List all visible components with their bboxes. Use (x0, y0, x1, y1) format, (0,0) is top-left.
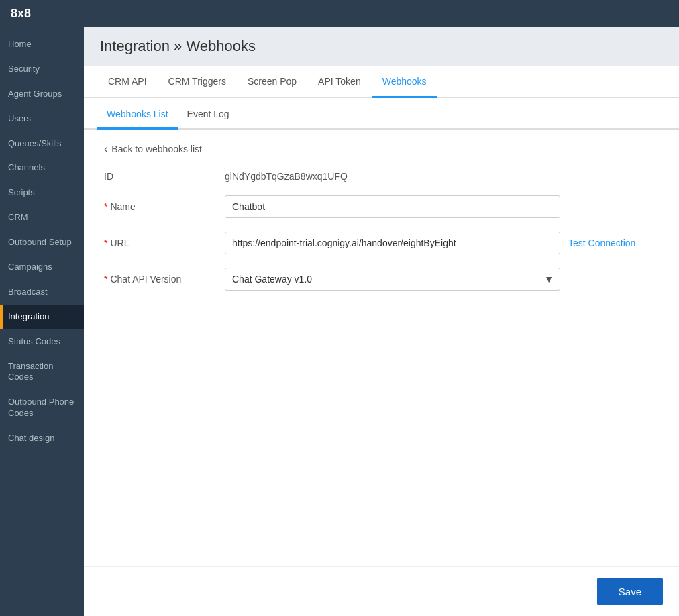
sidebar-item-broadcast[interactable]: Broadcast (0, 280, 84, 305)
name-row: *Name (104, 195, 659, 218)
url-input-group: Test Connection (225, 232, 635, 254)
id-row: ID glNdYgdbTqGzaB8wxq1UFQ (104, 171, 659, 182)
footer-bar: Save (84, 566, 679, 616)
primary-tabs: CRM APICRM TriggersScreen PopAPI TokenWe… (84, 66, 679, 98)
save-button[interactable]: Save (597, 578, 663, 605)
sidebar-item-queues-skills[interactable]: Queues/Skills (0, 132, 84, 156)
chat-api-version-row: *Chat API Version Chat Gateway v1.0Chat … (104, 268, 659, 291)
sidebar-item-campaigns[interactable]: Campaigns (0, 255, 84, 280)
sidebar-item-outbound-phone-codes[interactable]: Outbound Phone Codes (0, 390, 84, 426)
tab-primary-webhooks[interactable]: Webhooks (372, 66, 437, 98)
back-link-label: Back to webhooks list (111, 144, 202, 154)
content-area: Integration » Webhooks CRM APICRM Trigge… (84, 27, 679, 616)
test-connection-button[interactable]: Test Connection (568, 238, 635, 248)
sidebar-item-scripts[interactable]: Scripts (0, 181, 84, 205)
id-label: ID (104, 171, 225, 182)
id-value: glNdYgdbTqGzaB8wxq1UFQ (225, 171, 348, 182)
page-header: Integration » Webhooks (84, 27, 679, 66)
page-body: CRM APICRM TriggersScreen PopAPI TokenWe… (84, 66, 679, 566)
app-logo: 8x8 (11, 7, 31, 21)
tab-secondary-webhooks-list[interactable]: Webhooks List (97, 101, 178, 130)
sidebar-item-chat-design[interactable]: Chat design (0, 426, 84, 451)
tab-primary-api-token[interactable]: API Token (307, 66, 372, 98)
sidebar-item-outbound-setup[interactable]: Outbound Setup (0, 230, 84, 255)
url-input[interactable] (225, 232, 560, 254)
back-link[interactable]: ‹ Back to webhooks list (104, 143, 659, 155)
tab-primary-crm-triggers[interactable]: CRM Triggers (158, 66, 237, 98)
chat-api-version-select-wrapper: Chat Gateway v1.0Chat Gateway v2.0 ▼ (225, 268, 560, 291)
sidebar-item-status-codes[interactable]: Status Codes (0, 329, 84, 354)
url-required-star: * (104, 238, 107, 248)
sidebar-item-users[interactable]: Users (0, 107, 84, 132)
tab-secondary-event-log[interactable]: Event Log (178, 101, 239, 130)
sidebar-item-channels[interactable]: Channels (0, 156, 84, 181)
sidebar-item-transaction-codes[interactable]: Transaction Codes (0, 354, 84, 391)
page-title: Integration » Webhooks (100, 38, 663, 55)
tab-primary-screen-pop[interactable]: Screen Pop (237, 66, 307, 98)
url-label: *URL (104, 238, 225, 248)
name-label: *Name (104, 201, 225, 212)
sidebar: HomeSecurityAgent GroupsUsersQueues/Skil… (0, 27, 84, 616)
sidebar-item-security[interactable]: Security (0, 57, 84, 82)
secondary-tabs: Webhooks ListEvent Log (84, 101, 679, 130)
sidebar-item-crm[interactable]: CRM (0, 205, 84, 230)
top-bar: 8x8 (0, 0, 679, 27)
form-area: ‹ Back to webhooks list ID glNdYgdbTqGza… (84, 130, 679, 317)
tab-primary-crm-api[interactable]: CRM API (97, 66, 158, 98)
back-arrow-icon: ‹ (104, 143, 107, 155)
chat-api-version-label: *Chat API Version (104, 274, 225, 285)
name-input[interactable] (225, 195, 560, 218)
name-required-star: * (104, 201, 107, 212)
sidebar-item-home[interactable]: Home (0, 32, 84, 57)
sidebar-item-integration[interactable]: Integration (0, 305, 84, 329)
sidebar-item-agent-groups[interactable]: Agent Groups (0, 82, 84, 107)
chat-api-version-required-star: * (104, 274, 107, 285)
chat-api-version-select[interactable]: Chat Gateway v1.0Chat Gateway v2.0 (225, 268, 560, 291)
url-row: *URL Test Connection (104, 232, 659, 254)
